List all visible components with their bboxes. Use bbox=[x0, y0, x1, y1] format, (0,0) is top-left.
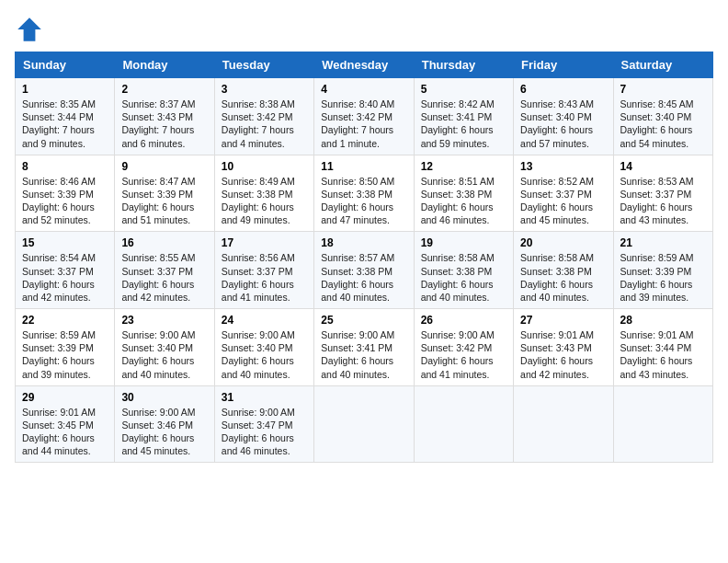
day-info: Sunrise: 8:40 AM Sunset: 3:42 PM Dayligh… bbox=[321, 98, 406, 150]
calendar: SundayMondayTuesdayWednesdayThursdayFrid… bbox=[15, 52, 713, 463]
day-number: 3 bbox=[222, 83, 307, 96]
day-number: 11 bbox=[321, 160, 406, 173]
day-info: Sunrise: 8:59 AM Sunset: 3:39 PM Dayligh… bbox=[22, 328, 108, 381]
calendar-cell: 28 Sunrise: 9:01 AM Sunset: 3:44 PM Dayl… bbox=[613, 309, 712, 386]
day-number: 16 bbox=[121, 236, 207, 249]
day-number: 7 bbox=[620, 83, 706, 96]
calendar-cell: 27 Sunrise: 9:01 AM Sunset: 3:43 PM Dayl… bbox=[514, 309, 613, 386]
day-number: 31 bbox=[222, 391, 307, 404]
day-info: Sunrise: 8:43 AM Sunset: 3:40 PM Dayligh… bbox=[520, 98, 606, 150]
day-info: Sunrise: 9:00 AM Sunset: 3:47 PM Dayligh… bbox=[222, 406, 307, 458]
column-header-tuesday: Tuesday bbox=[214, 52, 313, 78]
calendar-cell: 24 Sunrise: 9:00 AM Sunset: 3:40 PM Dayl… bbox=[214, 309, 313, 386]
day-number: 25 bbox=[321, 314, 406, 327]
day-info: Sunrise: 9:00 AM Sunset: 3:42 PM Dayligh… bbox=[421, 328, 506, 381]
day-number: 23 bbox=[121, 314, 207, 327]
day-number: 10 bbox=[222, 160, 307, 173]
calendar-cell: 15 Sunrise: 8:54 AM Sunset: 3:37 PM Dayl… bbox=[16, 232, 115, 309]
day-info: Sunrise: 8:38 AM Sunset: 3:42 PM Dayligh… bbox=[222, 98, 307, 150]
day-number: 29 bbox=[22, 391, 108, 404]
calendar-cell: 16 Sunrise: 8:55 AM Sunset: 3:37 PM Dayl… bbox=[115, 232, 214, 309]
day-info: Sunrise: 8:35 AM Sunset: 3:44 PM Dayligh… bbox=[22, 98, 108, 150]
calendar-cell: 31 Sunrise: 9:00 AM Sunset: 3:47 PM Dayl… bbox=[214, 385, 313, 463]
day-info: Sunrise: 8:47 AM Sunset: 3:39 PM Dayligh… bbox=[121, 175, 207, 227]
day-number: 26 bbox=[421, 314, 506, 327]
column-header-thursday: Thursday bbox=[414, 52, 513, 78]
day-number: 1 bbox=[22, 83, 108, 96]
svg-marker-0 bbox=[17, 17, 41, 41]
day-number: 8 bbox=[22, 160, 108, 173]
day-number: 20 bbox=[520, 236, 606, 249]
day-info: Sunrise: 8:54 AM Sunset: 3:37 PM Dayligh… bbox=[22, 251, 108, 304]
column-header-monday: Monday bbox=[115, 52, 214, 78]
column-header-friday: Friday bbox=[514, 52, 613, 78]
calendar-cell: 29 Sunrise: 9:01 AM Sunset: 3:45 PM Dayl… bbox=[16, 385, 115, 463]
calendar-cell: 4 Sunrise: 8:40 AM Sunset: 3:42 PM Dayli… bbox=[314, 78, 414, 155]
calendar-cell: 10 Sunrise: 8:49 AM Sunset: 3:38 PM Dayl… bbox=[214, 155, 313, 232]
calendar-cell: 17 Sunrise: 8:56 AM Sunset: 3:37 PM Dayl… bbox=[214, 232, 313, 309]
day-number: 28 bbox=[620, 314, 706, 327]
day-number: 18 bbox=[321, 236, 406, 249]
day-info: Sunrise: 9:01 AM Sunset: 3:45 PM Dayligh… bbox=[22, 406, 108, 458]
day-number: 15 bbox=[22, 236, 108, 249]
calendar-cell: 30 Sunrise: 9:00 AM Sunset: 3:46 PM Dayl… bbox=[115, 385, 214, 463]
calendar-cell: 18 Sunrise: 8:57 AM Sunset: 3:38 PM Dayl… bbox=[314, 232, 414, 309]
day-number: 22 bbox=[22, 314, 108, 327]
day-info: Sunrise: 8:51 AM Sunset: 3:38 PM Dayligh… bbox=[421, 175, 506, 227]
day-info: Sunrise: 8:58 AM Sunset: 3:38 PM Dayligh… bbox=[421, 251, 506, 304]
column-header-sunday: Sunday bbox=[16, 52, 115, 78]
day-number: 6 bbox=[520, 83, 606, 96]
day-info: Sunrise: 8:49 AM Sunset: 3:38 PM Dayligh… bbox=[222, 175, 307, 227]
day-number: 17 bbox=[222, 236, 307, 249]
day-info: Sunrise: 8:58 AM Sunset: 3:38 PM Dayligh… bbox=[520, 251, 606, 304]
calendar-cell: 8 Sunrise: 8:46 AM Sunset: 3:39 PM Dayli… bbox=[16, 155, 115, 232]
day-info: Sunrise: 8:46 AM Sunset: 3:39 PM Dayligh… bbox=[22, 175, 108, 227]
logo bbox=[15, 15, 48, 44]
day-number: 4 bbox=[321, 83, 406, 96]
calendar-cell: 23 Sunrise: 9:00 AM Sunset: 3:40 PM Dayl… bbox=[115, 309, 214, 386]
day-info: Sunrise: 8:56 AM Sunset: 3:37 PM Dayligh… bbox=[222, 251, 307, 304]
calendar-cell bbox=[514, 385, 613, 463]
day-number: 5 bbox=[421, 83, 506, 96]
day-info: Sunrise: 8:57 AM Sunset: 3:38 PM Dayligh… bbox=[321, 251, 406, 304]
day-info: Sunrise: 8:52 AM Sunset: 3:37 PM Dayligh… bbox=[520, 175, 606, 227]
day-info: Sunrise: 8:55 AM Sunset: 3:37 PM Dayligh… bbox=[121, 251, 207, 304]
day-info: Sunrise: 9:00 AM Sunset: 3:40 PM Dayligh… bbox=[222, 328, 307, 381]
calendar-cell: 26 Sunrise: 9:00 AM Sunset: 3:42 PM Dayl… bbox=[414, 309, 513, 386]
day-info: Sunrise: 8:59 AM Sunset: 3:39 PM Dayligh… bbox=[620, 251, 706, 304]
calendar-cell: 5 Sunrise: 8:42 AM Sunset: 3:41 PM Dayli… bbox=[414, 78, 513, 155]
calendar-cell: 19 Sunrise: 8:58 AM Sunset: 3:38 PM Dayl… bbox=[414, 232, 513, 309]
calendar-cell: 9 Sunrise: 8:47 AM Sunset: 3:39 PM Dayli… bbox=[115, 155, 214, 232]
calendar-cell: 11 Sunrise: 8:50 AM Sunset: 3:38 PM Dayl… bbox=[314, 155, 414, 232]
calendar-cell: 22 Sunrise: 8:59 AM Sunset: 3:39 PM Dayl… bbox=[16, 309, 115, 386]
column-header-wednesday: Wednesday bbox=[314, 52, 414, 78]
day-number: 13 bbox=[520, 160, 606, 173]
day-number: 19 bbox=[421, 236, 506, 249]
day-info: Sunrise: 9:00 AM Sunset: 3:40 PM Dayligh… bbox=[121, 328, 207, 381]
calendar-cell: 20 Sunrise: 8:58 AM Sunset: 3:38 PM Dayl… bbox=[514, 232, 613, 309]
day-number: 2 bbox=[121, 83, 207, 96]
calendar-cell: 14 Sunrise: 8:53 AM Sunset: 3:37 PM Dayl… bbox=[613, 155, 712, 232]
day-number: 24 bbox=[222, 314, 307, 327]
calendar-cell: 2 Sunrise: 8:37 AM Sunset: 3:43 PM Dayli… bbox=[115, 78, 214, 155]
calendar-cell: 13 Sunrise: 8:52 AM Sunset: 3:37 PM Dayl… bbox=[514, 155, 613, 232]
calendar-cell: 1 Sunrise: 8:35 AM Sunset: 3:44 PM Dayli… bbox=[16, 78, 115, 155]
calendar-cell bbox=[314, 385, 414, 463]
day-number: 9 bbox=[121, 160, 207, 173]
day-info: Sunrise: 8:53 AM Sunset: 3:37 PM Dayligh… bbox=[620, 175, 706, 227]
calendar-cell: 12 Sunrise: 8:51 AM Sunset: 3:38 PM Dayl… bbox=[414, 155, 513, 232]
day-info: Sunrise: 9:01 AM Sunset: 3:44 PM Dayligh… bbox=[620, 328, 706, 381]
day-info: Sunrise: 8:45 AM Sunset: 3:40 PM Dayligh… bbox=[620, 98, 706, 150]
column-header-saturday: Saturday bbox=[613, 52, 712, 78]
day-number: 12 bbox=[421, 160, 506, 173]
day-number: 30 bbox=[121, 391, 207, 404]
day-info: Sunrise: 8:50 AM Sunset: 3:38 PM Dayligh… bbox=[321, 175, 406, 227]
calendar-cell: 3 Sunrise: 8:38 AM Sunset: 3:42 PM Dayli… bbox=[214, 78, 313, 155]
calendar-cell bbox=[414, 385, 513, 463]
calendar-cell bbox=[613, 385, 712, 463]
day-number: 21 bbox=[620, 236, 706, 249]
day-info: Sunrise: 9:01 AM Sunset: 3:43 PM Dayligh… bbox=[520, 328, 606, 381]
day-number: 14 bbox=[620, 160, 706, 173]
calendar-cell: 25 Sunrise: 9:00 AM Sunset: 3:41 PM Dayl… bbox=[314, 309, 414, 386]
day-info: Sunrise: 8:42 AM Sunset: 3:41 PM Dayligh… bbox=[421, 98, 506, 150]
